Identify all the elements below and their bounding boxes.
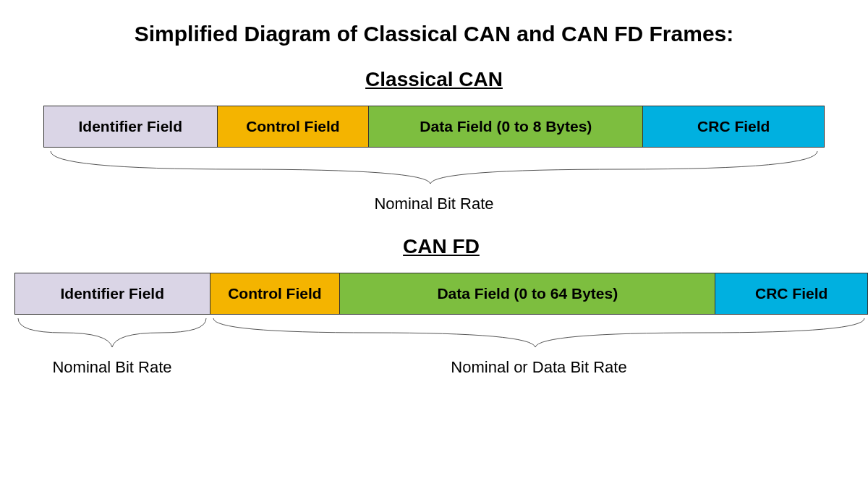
classical-rate-label: Nominal Bit Rate	[43, 195, 825, 213]
canfd-brace-right: Nominal or Data Bit Rate	[210, 315, 868, 377]
classical-identifier-field: Identifier Field	[44, 106, 218, 147]
classical-crc-field: CRC Field	[643, 106, 824, 147]
canfd-control-field: Control Field	[210, 273, 341, 314]
classical-can-section: Classical CAN Identifier Field Control F…	[43, 68, 825, 213]
canfd-rate-label-1: Nominal Bit Rate	[14, 358, 210, 377]
main-title: Simplified Diagram of Classical CAN and …	[14, 22, 854, 46]
canfd-braces-container: Nominal Bit Rate Nominal or Data Bit Rat…	[14, 315, 868, 377]
canfd-rate-label-2: Nominal or Data Bit Rate	[210, 358, 868, 377]
classical-section-title: Classical CAN	[43, 68, 825, 91]
canfd-section: CAN FD Identifier Field Control Field Da…	[14, 235, 868, 377]
canfd-crc-field: CRC Field	[715, 273, 867, 314]
canfd-frame-row: Identifier Field Control Field Data Fiel…	[14, 273, 868, 315]
canfd-brace-left-icon	[14, 315, 210, 354]
canfd-data-field: Data Field (0 to 64 Bytes)	[340, 273, 715, 314]
canfd-brace-right-icon	[210, 315, 868, 354]
classical-brace-icon	[43, 148, 825, 191]
classical-brace-container: Nominal Bit Rate	[43, 148, 825, 213]
classical-frame-row: Identifier Field Control Field Data Fiel…	[43, 106, 825, 148]
canfd-identifier-field: Identifier Field	[15, 273, 210, 314]
classical-data-field: Data Field (0 to 8 Bytes)	[369, 106, 643, 147]
canfd-section-title: CAN FD	[14, 235, 868, 258]
classical-control-field: Control Field	[218, 106, 370, 147]
canfd-brace-left: Nominal Bit Rate	[14, 315, 210, 377]
